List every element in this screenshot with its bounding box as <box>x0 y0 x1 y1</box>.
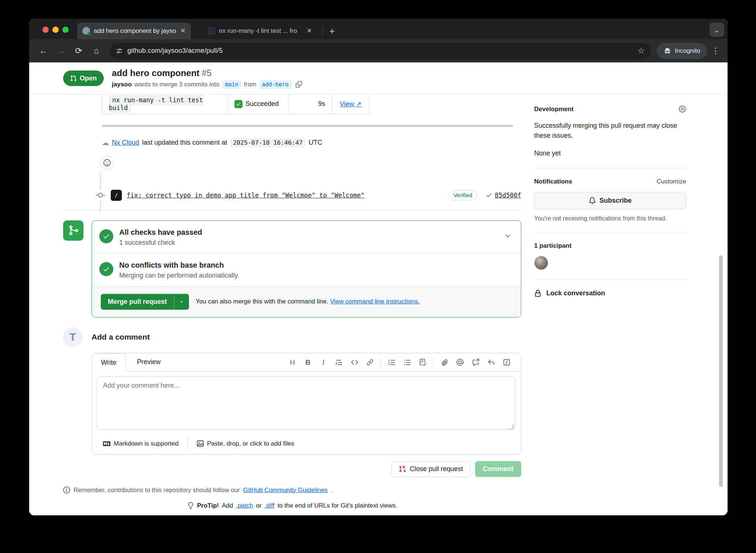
close-pull-request-button[interactable]: Close pull request <box>392 461 470 477</box>
add-comment-heading: Add a comment <box>92 333 150 341</box>
bookmark-star-icon[interactable]: ☆ <box>638 46 645 56</box>
commit-message-link[interactable]: fix: correct typo in demo app title from… <box>127 192 443 199</box>
close-tab-icon[interactable]: ✕ <box>307 27 312 35</box>
gear-icon[interactable] <box>678 105 686 113</box>
subscribe-button[interactable]: Subscribe <box>534 192 686 209</box>
mention-icon[interactable] <box>453 356 467 370</box>
pr-author[interactable]: jaysoo <box>112 81 132 88</box>
vertical-scrollbar[interactable] <box>719 255 723 487</box>
tab-strip: add hero component by jayso ✕ nx run-man… <box>29 19 728 39</box>
comment-button[interactable]: Comment <box>475 461 521 477</box>
incognito-label: Incognito <box>675 47 700 55</box>
check-status: Succeeded <box>234 100 282 108</box>
sidebar-divider <box>534 279 686 280</box>
pr-subtitle: jaysoo wants to merge 3 commits into mai… <box>112 80 302 89</box>
saved-replies-icon[interactable] <box>484 356 498 370</box>
view-check-link[interactable]: View ↗ <box>340 100 362 108</box>
reload-icon[interactable]: ⟳ <box>71 44 86 58</box>
protip-line: ProTip! Add .patch or .diff to the end o… <box>63 502 521 509</box>
check-runs-table: nx run-many -t lint test build Succeeded… <box>102 95 370 114</box>
paste-drop-files[interactable]: Paste, drop, or click to add files <box>191 438 300 449</box>
merge-pull-request-button[interactable]: Merge pull request <box>101 294 189 310</box>
bullet-list-icon[interactable] <box>400 356 414 370</box>
tab-nx-run[interactable]: nx run-many -t lint test ... fro ✕ <box>203 23 317 39</box>
github-page: Open add hero component#5 jaysoo wants t… <box>29 62 728 515</box>
close-window-button[interactable] <box>42 27 49 33</box>
attach-file-icon[interactable] <box>437 356 451 370</box>
code-icon[interactable] <box>347 356 361 370</box>
nx-cloud-link[interactable]: Nx Cloud <box>112 139 139 147</box>
contribution-note: Remember, contributions to this reposito… <box>63 487 521 494</box>
nx-cloud-note: ☁ Nx Cloud last updated this comment at … <box>102 138 521 147</box>
head-branch-label[interactable]: add-hero <box>259 80 292 89</box>
sidebar-divider <box>534 168 686 168</box>
tab-search-button[interactable]: ⌄ <box>709 23 724 37</box>
check-circle-icon <box>99 229 113 243</box>
diff-link[interactable]: .diff <box>265 502 275 509</box>
pr-state-badge: Open <box>63 71 104 86</box>
url-text[interactable]: github.com/jaysoo3/acme/pull/5 <box>127 47 633 55</box>
forward-icon[interactable]: → <box>54 44 68 58</box>
tab-title: nx run-many -t lint test ... fro <box>219 27 303 35</box>
incognito-icon <box>663 47 671 55</box>
cloud-icon: ☁ <box>102 138 109 147</box>
image-icon <box>197 440 204 447</box>
add-reaction-button[interactable] <box>100 156 114 170</box>
formatting-toolbar: H B I <box>285 353 513 372</box>
quote-icon[interactable] <box>332 356 346 370</box>
horizontal-scrollbar[interactable] <box>102 125 513 127</box>
github-favicon <box>82 27 90 35</box>
bold-icon[interactable]: B <box>301 356 315 370</box>
italic-icon[interactable]: I <box>316 356 330 370</box>
merge-options-caret[interactable] <box>174 294 189 310</box>
sidebar-divider <box>534 233 686 233</box>
community-guidelines-link[interactable]: GitHub Community Guidelines <box>243 487 328 494</box>
current-user-avatar: T <box>63 327 82 347</box>
no-conflicts-section: No conflicts with base branch Merging ca… <box>92 254 521 286</box>
cross-reference-icon[interactable] <box>468 356 482 370</box>
fullscreen-window-button[interactable] <box>62 27 69 33</box>
back-icon[interactable]: ← <box>36 44 51 58</box>
patch-link[interactable]: .patch <box>236 502 253 509</box>
pr-sidebar: Development Successfully merging this pu… <box>534 105 686 297</box>
tab-write[interactable]: Write <box>92 353 126 372</box>
address-bar[interactable]: github.com/jaysoo3/acme/pull/5 ☆ <box>110 43 651 59</box>
heading-icon[interactable]: H <box>285 356 299 370</box>
lock-conversation-button[interactable]: Lock conversation <box>534 289 686 297</box>
verified-badge[interactable]: Verified <box>448 190 478 200</box>
customize-link[interactable]: Customize <box>657 178 686 185</box>
pull-request-icon <box>70 75 77 82</box>
link-icon[interactable] <box>363 356 377 370</box>
task-list-icon[interactable] <box>416 356 430 370</box>
close-tab-icon[interactable]: ✕ <box>181 27 186 35</box>
browser-menu-icon[interactable]: ⋮ <box>710 46 721 56</box>
checks-passed-section[interactable]: All checks have passed 1 successful chec… <box>92 221 521 254</box>
site-settings-icon[interactable] <box>116 47 123 55</box>
tab-pull-request[interactable]: add hero component by jayso ✕ <box>77 23 191 39</box>
participant-avatar[interactable] <box>534 256 548 270</box>
copy-branch-icon[interactable] <box>296 81 302 87</box>
minimize-window-button[interactable] <box>52 27 59 33</box>
git-merge-icon <box>63 220 83 241</box>
home-icon[interactable]: ⌂ <box>89 44 104 58</box>
check-duration: 9s <box>289 95 332 114</box>
numbered-list-icon[interactable] <box>385 356 399 370</box>
pr-number: #5 <box>202 68 212 78</box>
slash-commands-icon[interactable] <box>499 356 513 370</box>
conflicts-title: No conflicts with base branch <box>119 261 239 269</box>
lightbulb-icon <box>187 502 194 509</box>
new-tab-button[interactable]: + <box>329 25 335 39</box>
commit-author-avatar[interactable] <box>111 190 122 201</box>
tab-preview[interactable]: Preview <box>126 353 172 371</box>
pr-title: add hero component#5 <box>112 68 302 78</box>
pr-header: Open add hero component#5 jaysoo wants t… <box>29 62 728 95</box>
comment-textarea[interactable] <box>97 376 515 430</box>
check-circle-icon <box>99 262 113 276</box>
base-branch-label[interactable]: main <box>222 80 241 89</box>
cli-instructions-link[interactable]: View command line instructions. <box>330 298 420 305</box>
chevron-down-icon[interactable] <box>504 233 511 240</box>
pr-state-label: Open <box>80 75 97 82</box>
merge-controls: Merge pull request You can also merge th… <box>92 286 521 317</box>
markdown-supported[interactable]: Markdown is supported <box>97 438 185 449</box>
commit-sha-link[interactable]: 85d500f <box>495 192 521 199</box>
